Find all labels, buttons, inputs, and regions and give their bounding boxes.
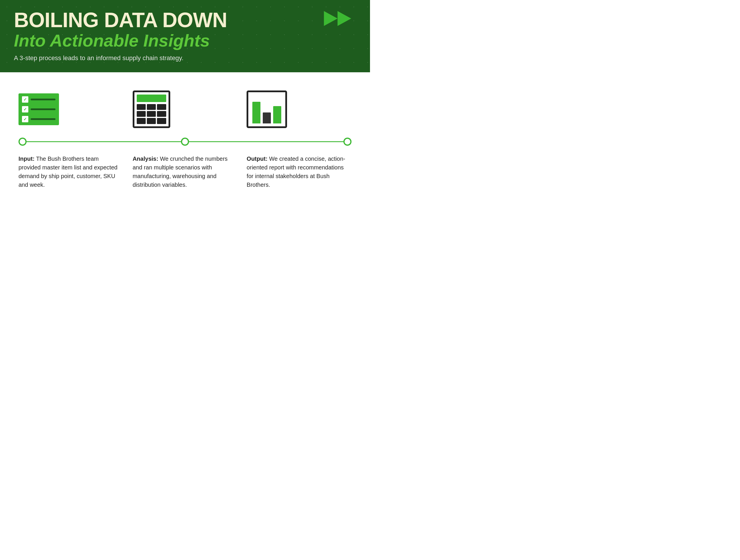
timeline-dot-3 [344,137,352,146]
bar-3 [273,106,281,123]
analysis-label: Analysis: [133,156,159,162]
timeline-row [14,137,356,146]
bar-2 [263,112,271,123]
descriptions-row: Input: The Bush Brothers team provided m… [14,154,356,189]
check-row-3: ✓ [22,116,56,122]
output-label: Output: [247,156,267,162]
header-section: BOILING DATA DOWN Into Actionable Insigh… [0,0,370,72]
calc-btn-5 [147,111,156,117]
input-text: Input: The Bush Brothers team provided m… [14,154,128,189]
header-arrow-icon [321,7,356,31]
calc-buttons [137,104,166,124]
input-icon-area: ✓ ✓ ✓ [14,86,128,132]
calc-btn-1 [137,104,146,110]
main-content: ✓ ✓ ✓ [0,72,370,198]
calc-btn-7 [137,118,146,124]
header-subtitle: A 3-step process leads to an informed su… [14,54,356,62]
timeline-dot-1 [18,137,26,146]
calc-btn-9 [157,118,166,124]
calc-btn-4 [137,111,146,117]
checkbox-3: ✓ [22,116,28,122]
timeline-dot-2 [181,137,189,146]
input-label: Input: [18,156,35,162]
checklist-icon: ✓ ✓ ✓ [18,93,59,125]
step-input-column: ✓ ✓ ✓ [14,86,128,132]
icons-row: ✓ ✓ ✓ [14,86,356,132]
check-line-1 [31,99,56,100]
svg-marker-0 [324,11,338,26]
step-output-column [242,86,356,132]
calculator-icon [133,91,170,128]
checkbox-2: ✓ [22,106,28,112]
analysis-description-column: Analysis: We crunched the numbers and ra… [128,154,242,189]
barchart-icon [247,91,287,128]
bar-1 [252,102,261,123]
timeline-dots [14,137,356,146]
bar-chart-bars [252,95,281,123]
checkmark-1: ✓ [23,97,27,102]
calc-btn-8 [147,118,156,124]
output-text: Output: We created a concise, action-ori… [242,154,356,189]
check-row-2: ✓ [22,106,56,112]
calc-btn-6 [157,111,166,117]
input-description-column: Input: The Bush Brothers team provided m… [14,154,128,189]
checkmark-3: ✓ [23,117,27,121]
check-row-1: ✓ [22,96,56,103]
calc-display [137,95,166,102]
analysis-text: Analysis: We crunched the numbers and ra… [128,154,242,189]
svg-marker-1 [338,11,351,26]
checkmark-2: ✓ [23,107,27,112]
checkbox-1: ✓ [22,96,28,103]
calc-btn-2 [147,104,156,110]
check-line-2 [31,108,56,110]
check-line-3 [31,118,56,120]
output-icon-area [242,86,356,132]
output-description-column: Output: We created a concise, action-ori… [242,154,356,189]
page-title-main: BOILING DATA DOWN [14,9,356,31]
calc-btn-3 [157,104,166,110]
page-title-sub: Into Actionable Insights [14,31,356,50]
analysis-icon-area [128,86,242,132]
step-analysis-column [128,86,242,132]
